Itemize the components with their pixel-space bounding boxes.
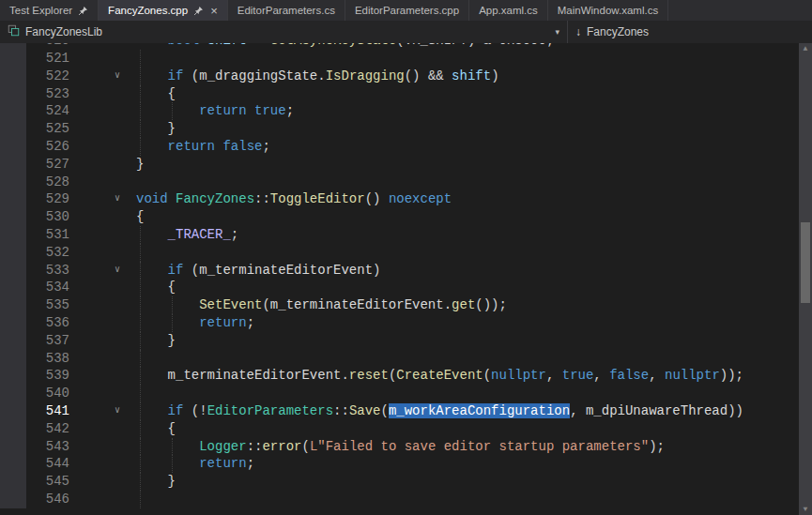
line-number[interactable]: 527: [26, 156, 73, 174]
line-number[interactable]: 520: [26, 43, 73, 50]
line-number[interactable]: 530: [26, 208, 73, 226]
breakpoint-margin[interactable]: [0, 226, 26, 244]
line-number[interactable]: 524: [26, 102, 73, 120]
breakpoint-margin[interactable]: [0, 174, 26, 191]
breakpoint-margin[interactable]: [0, 332, 26, 350]
code-text[interactable]: [128, 244, 812, 262]
line-number[interactable]: 543: [26, 438, 73, 456]
fold-chevron-icon[interactable]: ∨: [107, 262, 128, 280]
code-text[interactable]: return false;: [128, 138, 812, 156]
breakpoint-margin[interactable]: [0, 138, 26, 156]
code-text[interactable]: if (m_terminateEditorEvent): [128, 262, 812, 280]
fold-chevron-icon[interactable]: ∨: [107, 402, 128, 420]
breakpoint-margin[interactable]: [0, 455, 26, 473]
code-text[interactable]: _TRACER_;: [128, 226, 812, 244]
breakpoint-margin[interactable]: [0, 314, 26, 332]
breakpoint-margin[interactable]: [0, 85, 26, 103]
tab-editorparameters-cpp[interactable]: EditorParameters.cpp: [345, 0, 469, 21]
breakpoint-margin[interactable]: [0, 190, 26, 208]
code-text[interactable]: return true;: [128, 102, 812, 120]
line-number[interactable]: 521: [26, 50, 73, 68]
breakpoint-margin[interactable]: [0, 296, 26, 314]
line-number[interactable]: 531: [26, 226, 73, 244]
pin-icon[interactable]: [78, 6, 88, 16]
breakpoint-margin[interactable]: [0, 438, 26, 456]
tab-fancyzones-cpp[interactable]: FancyZones.cpp×: [99, 0, 228, 21]
breakpoint-margin[interactable]: [0, 120, 26, 138]
code-text[interactable]: }: [128, 332, 812, 350]
line-number[interactable]: 538: [26, 350, 73, 368]
line-number[interactable]: 525: [26, 120, 73, 138]
line-number[interactable]: 539: [26, 367, 73, 385]
fold-chevron-icon[interactable]: ∨: [107, 68, 128, 85]
line-number[interactable]: 535: [26, 296, 73, 314]
scrollbar-down-arrow-icon[interactable]: ▼: [799, 504, 812, 515]
breakpoint-margin[interactable]: [0, 350, 26, 368]
breakpoint-margin[interactable]: [0, 102, 26, 120]
code-text[interactable]: {: [128, 420, 812, 438]
code-text[interactable]: if (!EditorParameters::Save(m_workAreaCo…: [128, 402, 812, 420]
breakpoint-margin[interactable]: [0, 420, 26, 438]
code-text[interactable]: [128, 385, 812, 402]
code-text[interactable]: SetEvent(m_terminateEditorEvent.get());: [128, 296, 812, 314]
breakpoint-margin[interactable]: [0, 262, 26, 280]
code-text[interactable]: [128, 50, 812, 68]
code-text[interactable]: [128, 174, 812, 191]
breakpoint-margin[interactable]: [0, 208, 26, 226]
fold-chevron-icon[interactable]: ∨: [107, 190, 128, 208]
line-number[interactable]: 529: [26, 190, 73, 208]
line-number[interactable]: 544: [26, 455, 73, 473]
breakpoint-margin[interactable]: [0, 68, 26, 85]
code-text[interactable]: m_terminateEditorEvent.reset(CreateEvent…: [128, 367, 812, 385]
line-number[interactable]: 546: [26, 491, 73, 508]
breakpoint-margin[interactable]: [0, 385, 26, 402]
code-text[interactable]: return;: [128, 455, 812, 473]
line-number[interactable]: 523: [26, 85, 73, 103]
tab-app-xaml-cs[interactable]: App.xaml.cs: [469, 0, 548, 21]
breakpoint-margin[interactable]: [0, 367, 26, 385]
breakpoint-margin[interactable]: [0, 473, 26, 491]
breakpoint-margin[interactable]: [0, 491, 26, 508]
line-number[interactable]: 536: [26, 314, 73, 332]
scrollbar-thumb[interactable]: [801, 222, 810, 303]
close-icon[interactable]: ×: [210, 5, 218, 17]
line-number[interactable]: 526: [26, 138, 73, 156]
code-text[interactable]: }: [128, 473, 812, 491]
breakpoint-margin[interactable]: [0, 279, 26, 296]
scrollbar-up-arrow-icon[interactable]: ▲: [799, 43, 812, 54]
code-text[interactable]: void FancyZones::ToggleEditor() noexcept: [128, 190, 812, 208]
breakpoint-margin[interactable]: [0, 43, 26, 50]
member-dropdown[interactable]: ↓ FancyZones: [568, 21, 656, 43]
line-number[interactable]: 542: [26, 420, 73, 438]
breakpoint-margin[interactable]: [0, 244, 26, 262]
code-text[interactable]: }: [128, 120, 812, 138]
code-text[interactable]: Logger::error(L"Failed to save editor st…: [128, 438, 812, 456]
code-text[interactable]: [128, 491, 812, 508]
breakpoint-margin[interactable]: [0, 402, 26, 420]
vertical-scrollbar[interactable]: ▲ ▼: [799, 43, 812, 515]
line-number[interactable]: 541: [26, 402, 73, 420]
code-text[interactable]: bool shift = GetAsyncKeyState(VK_SHIFT) …: [128, 43, 812, 50]
line-number[interactable]: 537: [26, 332, 73, 350]
code-text[interactable]: if (m_draggingState.IsDragging() && shif…: [128, 68, 812, 85]
pin-icon[interactable]: [193, 6, 204, 16]
code-text[interactable]: }: [128, 156, 812, 174]
project-dropdown[interactable]: FancyZonesLib ▾: [0, 21, 567, 43]
tab-mainwindow-xaml-cs[interactable]: MainWindow.xaml.cs: [548, 0, 668, 21]
line-number[interactable]: 545: [26, 473, 73, 491]
line-number[interactable]: 522: [26, 68, 73, 85]
line-number[interactable]: 534: [26, 279, 73, 296]
code-text[interactable]: {: [128, 208, 812, 226]
breakpoint-margin[interactable]: [0, 50, 26, 68]
line-number[interactable]: 540: [26, 385, 73, 402]
line-number[interactable]: 533: [26, 262, 73, 280]
line-number[interactable]: 532: [26, 244, 73, 262]
code-text[interactable]: return;: [128, 314, 812, 332]
tab-editorparameters-cs[interactable]: EditorParameters.cs: [228, 0, 345, 21]
code-text[interactable]: {: [128, 85, 812, 103]
breakpoint-margin[interactable]: [0, 156, 26, 174]
code-text[interactable]: [128, 350, 812, 368]
line-number[interactable]: 528: [26, 174, 73, 191]
code-text[interactable]: {: [128, 279, 812, 296]
tab-test-explorer[interactable]: Test Explorer: [0, 0, 99, 21]
